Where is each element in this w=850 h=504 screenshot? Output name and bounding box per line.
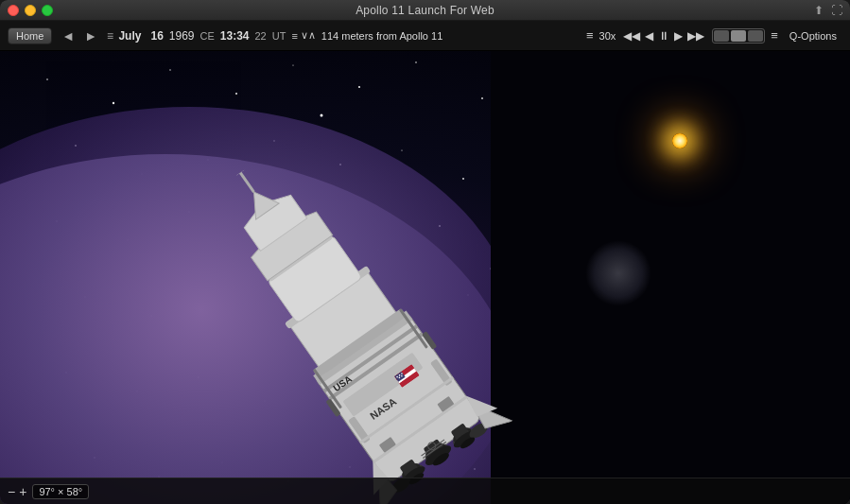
view-mode-2[interactable] [731,30,746,42]
maximize-button[interactable] [42,5,53,16]
menu-icon[interactable]: ≡ [291,30,297,42]
fast-forward-button[interactable]: ▶▶ [685,29,706,43]
bottom-bar: − + 97° × 58° [0,478,850,504]
right-menu-icon[interactable]: ≡ [586,28,594,43]
fov-display: 97° × 58° [32,484,89,499]
svg-point-4 [292,64,293,65]
nav-controls: ◄ ► [58,26,101,45]
zoom-minus-button[interactable]: − [8,485,15,498]
close-button[interactable] [8,5,19,16]
main-scene: NASA USA [0,51,850,504]
view-mode-3[interactable] [748,30,763,42]
year-display: 1969 [169,29,195,43]
window-title: Apollo 11 Launch For Web [356,4,494,17]
distance-description: 114 meters from Apollo 11 [321,30,442,42]
toolbar-right: ≡ 30x ◀◀ ◀ ⏸ ▶ ▶▶ ≡ Q-Options [586,28,842,43]
svg-point-2 [169,69,170,70]
fullscreen-icon[interactable]: ⛶ [831,4,842,17]
era-display: CE [200,30,215,42]
svg-point-0 [46,78,48,80]
playback-controls: ◀◀ ◀ ⏸ ▶ ▶▶ [621,29,706,43]
pause-button[interactable]: ⏸ [656,29,671,43]
nav-left-icon[interactable]: ◄ [58,26,78,45]
share-icon[interactable]: ⬆ [814,4,824,17]
window-controls-right: ⬆ ⛶ [814,4,842,17]
view-icons-group: ≡ ∨∧ [291,29,315,42]
view-mode-1[interactable] [714,30,729,42]
time-display: 13:34 [220,29,250,43]
minimize-button[interactable] [25,5,36,16]
traffic-lights [8,5,53,16]
q-options-button[interactable]: Q-Options [784,28,842,43]
next-frame-button[interactable]: ▶ [672,29,685,43]
title-bar: Apollo 11 Launch For Web ⬆ ⛶ [0,0,850,21]
hamburger-icon[interactable]: ≡ [107,29,113,43]
svg-point-3 [235,93,237,95]
svg-line-95 [240,173,253,192]
zoom-level: 30x [599,30,616,42]
zoom-controls: − + [8,485,26,498]
home-button[interactable]: Home [8,27,52,44]
sun [666,127,694,155]
date-display: ≡ July 16 [107,29,164,43]
time-seconds: 22 [255,30,267,42]
options-menu-icon[interactable]: ≡ [771,28,778,43]
altitude-icon[interactable]: ∨∧ [301,29,316,42]
prev-frame-button[interactable]: ◀ [643,29,655,43]
rewind-button[interactable]: ◀◀ [621,29,642,43]
svg-point-1 [113,102,114,104]
nav-right-icon[interactable]: ► [80,26,101,45]
view-mode-icons [712,28,765,43]
toolbar: Home ◄ ► ≡ July 16 1969 CE 13:34 22 UT ≡… [0,21,850,51]
sun-core [672,133,687,148]
zoom-plus-button[interactable]: + [19,485,26,498]
time-zone: UT [272,30,286,42]
